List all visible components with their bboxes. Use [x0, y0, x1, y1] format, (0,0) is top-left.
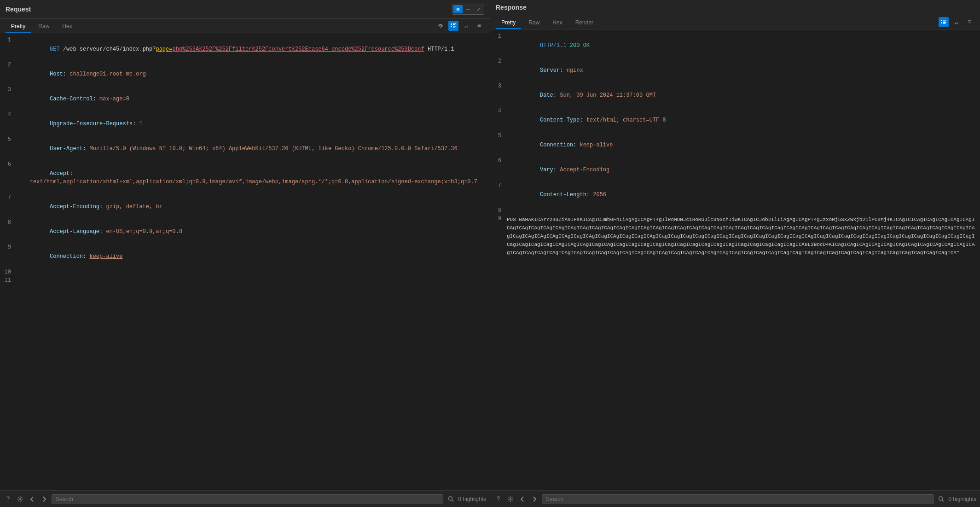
- response-bottom-bar: ? 0 highlights: [490, 491, 980, 507]
- bottom-bar: ? 0 highlights ?: [0, 490, 980, 507]
- svg-rect-5: [453, 27, 455, 28]
- svg-line-17: [942, 500, 944, 502]
- response-highlights: 0 highlights: [948, 496, 976, 502]
- help-icon-request[interactable]: ?: [4, 495, 13, 504]
- tab-request-hex[interactable]: Hex: [57, 21, 77, 33]
- request-title: Request: [6, 6, 31, 13]
- tab-response-pretty[interactable]: Pretty: [496, 17, 521, 29]
- svg-rect-6: [941, 20, 942, 21]
- response-title: Response: [496, 4, 527, 11]
- forward-icon-request[interactable]: [40, 495, 49, 504]
- request-bottom-bar: ? 0 highlights: [0, 491, 490, 507]
- line: 3 Cache-Control: max-age=0: [0, 87, 490, 111]
- pretty-icon[interactable]: [448, 21, 458, 31]
- svg-point-13: [448, 497, 452, 501]
- svg-line-14: [452, 500, 453, 502]
- line: 2 Server: nginx: [490, 58, 980, 83]
- response-panel: Response Pretty Raw Hex Render: [490, 0, 980, 490]
- tab-request-raw[interactable]: Raw: [33, 21, 55, 33]
- line: 8 Accept-Language: en-US,en;q=0.9,ar;q=0…: [0, 219, 490, 244]
- tab-request-pretty[interactable]: Pretty: [6, 21, 31, 33]
- search-input-response[interactable]: [542, 494, 934, 504]
- line: 7 Content-Length: 2056: [490, 182, 980, 207]
- svg-rect-1: [451, 26, 452, 27]
- svg-rect-3: [453, 24, 455, 25]
- grid-view-btn[interactable]: ⊞: [453, 5, 463, 13]
- svg-rect-7: [941, 22, 942, 23]
- line: 6 Accept: text/html,application/xhtml+xm…: [0, 161, 490, 194]
- settings-icon-response[interactable]: [506, 495, 515, 504]
- settings-icon-request[interactable]: [16, 495, 25, 504]
- line: 4 Content-Type: text/html; charset=UTF-8: [490, 108, 980, 133]
- request-header: Request ⊞ — ⤢: [0, 0, 490, 19]
- eye-off-icon[interactable]: [435, 21, 446, 31]
- max-view-btn[interactable]: ⤢: [474, 5, 483, 13]
- response-tabs: Pretty Raw Hex Render ↵ ≡: [490, 15, 980, 29]
- svg-rect-11: [943, 23, 945, 24]
- request-tabs: Pretty Raw Hex: [0, 19, 490, 33]
- wrap-icon-response[interactable]: ↵: [951, 17, 962, 27]
- request-highlights: 0 highlights: [458, 496, 486, 502]
- line: 7 Accept-Encoding: gzip, deflate, br: [0, 194, 490, 219]
- menu-icon-response[interactable]: ≡: [964, 17, 974, 27]
- back-icon-request[interactable]: [28, 495, 37, 504]
- view-toggle-request[interactable]: ⊞ — ⤢: [452, 4, 484, 15]
- response-tab-icons: ↵ ≡: [939, 17, 974, 29]
- response-header: Response: [490, 0, 980, 15]
- tab-response-hex[interactable]: Hex: [547, 17, 568, 29]
- svg-rect-2: [453, 23, 456, 24]
- line: 8: [490, 207, 980, 216]
- line: 2 Host: challenge01.root-me.org: [0, 62, 490, 87]
- request-content[interactable]: 1 GET /web-serveur/ch45/index.php?page=p…: [0, 33, 490, 490]
- line: 11: [0, 277, 490, 286]
- line: 9 Connection: keep-alive: [0, 244, 490, 269]
- line: 1 HTTP/1.1 200 OK: [490, 33, 980, 58]
- line: 10: [0, 269, 490, 277]
- svg-rect-9: [943, 21, 945, 22]
- svg-rect-8: [943, 20, 946, 21]
- svg-rect-4: [453, 26, 456, 27]
- svg-point-15: [510, 498, 511, 500]
- split-view-btn[interactable]: —: [464, 5, 473, 13]
- line: 6 Vary: Accept-Encoding: [490, 157, 980, 182]
- tab-response-raw[interactable]: Raw: [523, 17, 545, 29]
- line: 5 User-Agent: Mozilla/5.0 (Windows NT 10…: [0, 136, 490, 161]
- svg-point-12: [19, 498, 21, 500]
- wrap-icon[interactable]: ↵: [461, 21, 471, 31]
- forward-icon-response[interactable]: [530, 495, 539, 504]
- line: 9 PDS waHAKICArY29uZiA9IFsKICAgICJmbGFnI…: [490, 216, 980, 257]
- line: 3 Date: Sun, 09 Jun 2024 11:37:03 GMT: [490, 83, 980, 108]
- search-icon-response[interactable]: [936, 495, 945, 504]
- request-panel: Request ⊞ — ⤢ Pretty Raw Hex: [0, 0, 490, 490]
- search-icon-request[interactable]: [446, 495, 455, 504]
- svg-rect-0: [451, 23, 452, 25]
- response-content[interactable]: 1 HTTP/1.1 200 OK 2 Server: nginx 3 Date…: [490, 29, 980, 490]
- help-icon-response[interactable]: ?: [494, 495, 503, 504]
- tab-response-render[interactable]: Render: [570, 17, 599, 29]
- request-tab-icons: ↵ ≡: [435, 21, 484, 33]
- back-icon-response[interactable]: [518, 495, 527, 504]
- line: 1 GET /web-serveur/ch45/index.php?page=p…: [0, 37, 490, 62]
- menu-icon-request[interactable]: ≡: [474, 21, 484, 31]
- line: 4 Upgrade-Insecure-Requests: 1: [0, 111, 490, 136]
- svg-point-16: [939, 497, 942, 501]
- search-input-request[interactable]: [52, 494, 443, 504]
- svg-rect-10: [943, 22, 946, 23]
- pretty-icon-response[interactable]: [939, 17, 949, 27]
- line: 5 Connection: keep-alive: [490, 133, 980, 157]
